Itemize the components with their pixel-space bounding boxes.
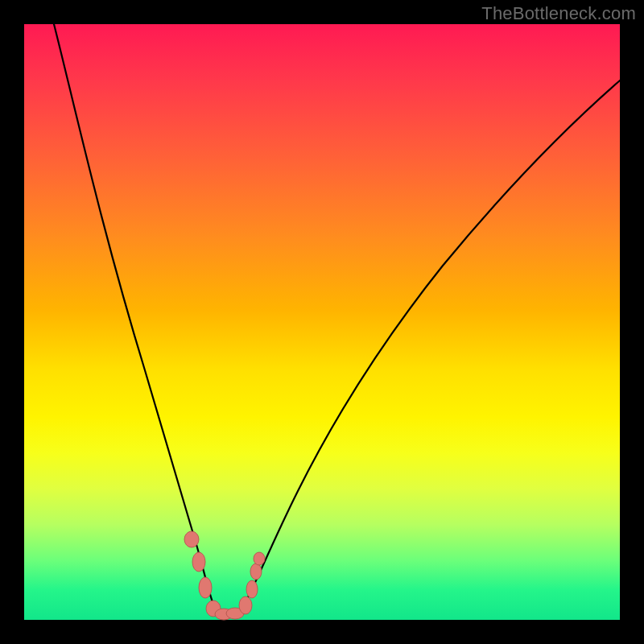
- bottleneck-curve: [54, 24, 620, 617]
- marker-dot: [184, 531, 199, 547]
- curve-layer: [24, 24, 620, 620]
- watermark-text: TheBottleneck.com: [481, 3, 636, 24]
- marker-dot: [199, 577, 212, 598]
- marker-dot: [192, 552, 205, 572]
- marker-dot: [239, 597, 252, 614]
- plot-area: [24, 24, 620, 620]
- marker-dot: [246, 580, 258, 598]
- marker-dot: [254, 552, 265, 565]
- marker-dot: [250, 564, 262, 580]
- chart-stage: TheBottleneck.com: [0, 0, 644, 644]
- marker-group: [184, 531, 265, 620]
